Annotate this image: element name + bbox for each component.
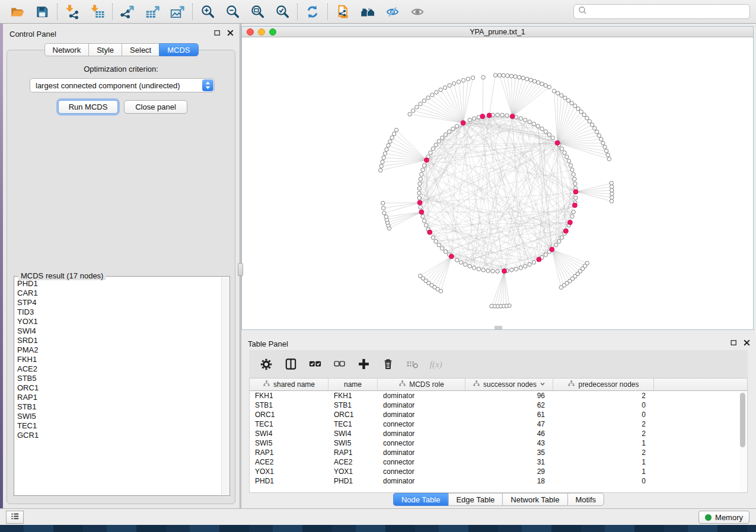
network-node[interactable] xyxy=(422,99,426,102)
close-panel-icon[interactable] xyxy=(227,29,234,37)
network-node[interactable] xyxy=(417,187,421,190)
network-node[interactable] xyxy=(560,94,563,97)
mcds-result-item[interactable]: PHD1 xyxy=(16,279,220,289)
network-node[interactable] xyxy=(421,168,425,172)
network-node[interactable] xyxy=(481,75,485,79)
network-node[interactable] xyxy=(529,78,532,82)
network-node[interactable] xyxy=(379,168,382,172)
network-node[interactable] xyxy=(490,305,493,308)
mcds-result-item[interactable]: ORC1 xyxy=(16,383,220,393)
table-row[interactable]: TEC1TEC1connector472 xyxy=(250,419,747,429)
tab-mcds[interactable]: MCDS xyxy=(159,43,198,56)
export-image-icon[interactable] xyxy=(168,2,187,21)
network-node[interactable] xyxy=(560,236,563,239)
network-node[interactable] xyxy=(563,151,566,155)
sort-chevron-icon[interactable] xyxy=(540,380,546,389)
mcds-result-item[interactable]: STB1 xyxy=(16,402,220,412)
float-panel-icon[interactable] xyxy=(730,339,738,347)
zoom-out-icon[interactable] xyxy=(223,2,242,21)
network-node[interactable] xyxy=(493,73,497,77)
network-node[interactable] xyxy=(430,93,434,97)
network-node[interactable] xyxy=(431,147,435,150)
network-node[interactable] xyxy=(434,143,438,146)
network-node[interactable] xyxy=(473,117,476,120)
network-node[interactable] xyxy=(444,250,447,254)
network-node[interactable] xyxy=(443,86,446,89)
mcds-result-item[interactable]: TID3 xyxy=(16,307,220,317)
network-node[interactable] xyxy=(390,136,394,139)
network-node[interactable] xyxy=(552,89,556,93)
network-node[interactable] xyxy=(591,123,594,126)
network-hub-node[interactable] xyxy=(510,114,515,118)
network-node[interactable] xyxy=(437,243,441,246)
network-node[interactable] xyxy=(455,124,459,128)
network-node[interactable] xyxy=(447,130,451,133)
network-node[interactable] xyxy=(419,206,422,209)
network-node[interactable] xyxy=(505,114,509,117)
network-node[interactable] xyxy=(576,107,580,110)
network-node[interactable] xyxy=(506,74,509,78)
network-node[interactable] xyxy=(455,258,459,262)
network-node[interactable] xyxy=(572,172,575,176)
network-node[interactable] xyxy=(468,118,471,121)
network-node[interactable] xyxy=(393,132,396,136)
mcds-result-item[interactable]: STB5 xyxy=(16,374,220,383)
network-node[interactable] xyxy=(510,268,513,272)
mcds-result-item[interactable]: SWI5 xyxy=(16,412,220,421)
network-node[interactable] xyxy=(610,196,614,199)
network-node[interactable] xyxy=(468,264,471,268)
network-node[interactable] xyxy=(599,137,603,141)
network-node[interactable] xyxy=(418,182,422,185)
network-node[interactable] xyxy=(532,122,535,126)
network-node[interactable] xyxy=(610,181,613,185)
network-node[interactable] xyxy=(394,128,398,132)
network-node[interactable] xyxy=(434,239,438,243)
network-node[interactable] xyxy=(582,113,586,117)
network-node[interactable] xyxy=(424,223,428,227)
network-hub-node[interactable] xyxy=(417,200,422,205)
network-node[interactable] xyxy=(415,105,419,109)
network-node[interactable] xyxy=(536,124,540,128)
close-panel-icon[interactable] xyxy=(743,339,751,347)
network-node[interactable] xyxy=(457,80,460,84)
network-node[interactable] xyxy=(532,261,535,264)
column-header-name[interactable]: name xyxy=(328,379,378,390)
network-hub-node[interactable] xyxy=(573,190,578,194)
network-hub-node[interactable] xyxy=(461,120,465,125)
table-row[interactable]: RAP1RAP1dominator352 xyxy=(250,448,747,457)
zoom-selected-icon[interactable] xyxy=(273,2,292,21)
select-all-icon[interactable] xyxy=(308,357,322,371)
table-row[interactable]: PHD1PHD1dominator180 xyxy=(250,476,747,486)
network-node[interactable] xyxy=(422,219,426,223)
network-hub-node[interactable] xyxy=(537,257,541,262)
tab-network-table[interactable]: Network Table xyxy=(502,493,567,506)
mcds-result-item[interactable]: RAP1 xyxy=(16,393,220,402)
mcds-result-item[interactable]: PMA2 xyxy=(16,345,220,355)
table-row[interactable]: SWI4SWI4dominator462 xyxy=(250,429,747,438)
network-node[interactable] xyxy=(419,177,422,181)
dropdown-stepper-icon[interactable] xyxy=(202,79,213,91)
network-node[interactable] xyxy=(513,75,517,78)
network-hub-node[interactable] xyxy=(563,229,568,233)
network-node[interactable] xyxy=(431,236,435,239)
table-scrollbar-thumb[interactable] xyxy=(740,393,745,447)
network-node[interactable] xyxy=(420,172,423,176)
network-node[interactable] xyxy=(408,113,412,116)
network-node[interactable] xyxy=(540,127,544,130)
tab-motifs[interactable]: Motifs xyxy=(567,493,604,506)
network-canvas[interactable] xyxy=(242,37,753,329)
network-node[interactable] xyxy=(429,151,432,155)
network-node[interactable] xyxy=(544,130,547,133)
network-node[interactable] xyxy=(605,149,608,153)
network-node[interactable] xyxy=(497,73,501,77)
mcds-result-item[interactable]: GCR1 xyxy=(16,431,220,440)
network-node[interactable] xyxy=(388,140,392,143)
network-node[interactable] xyxy=(572,210,575,213)
show-eye-icon[interactable] xyxy=(408,2,427,21)
network-node[interactable] xyxy=(419,102,422,105)
table-row[interactable]: ACE2ACE2connector311 xyxy=(250,457,747,467)
network-node[interactable] xyxy=(537,81,540,84)
network-hub-node[interactable] xyxy=(449,254,454,259)
network-node[interactable] xyxy=(573,104,577,107)
network-node[interactable] xyxy=(574,196,578,200)
